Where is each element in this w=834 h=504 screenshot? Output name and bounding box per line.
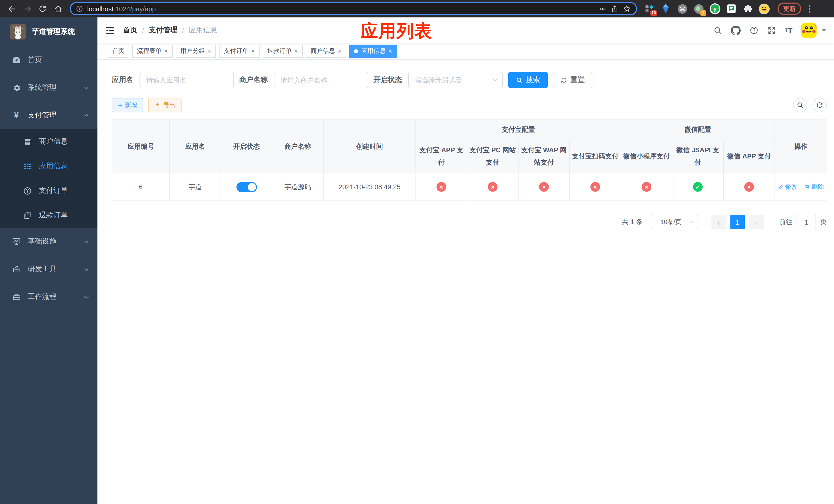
sidebar-item-home[interactable]: 首页 bbox=[0, 46, 97, 74]
sidebar-item-system[interactable]: 系统管理 bbox=[0, 74, 97, 101]
sidebar-logo[interactable]: 芋道管理系统 bbox=[0, 18, 97, 46]
browser-update-button[interactable]: 更新 bbox=[777, 3, 801, 15]
tab-app-info[interactable]: 应用信息× bbox=[349, 44, 397, 58]
sidebar-fold-icon[interactable] bbox=[105, 25, 115, 35]
sidebar-item-refund-order[interactable]: 退款订单 bbox=[0, 203, 97, 228]
breadcrumb: 首页 / 支付管理 / 应用信息 bbox=[123, 26, 218, 35]
help-icon[interactable] bbox=[750, 26, 759, 35]
toolbox-icon bbox=[10, 265, 23, 274]
font-size-icon[interactable]: TT bbox=[785, 26, 792, 34]
col-header-actions: 操作 bbox=[775, 120, 827, 173]
close-icon[interactable]: × bbox=[338, 48, 342, 54]
edit-link[interactable]: 修改 bbox=[778, 183, 797, 191]
breadcrumb-payment[interactable]: 支付管理 bbox=[149, 26, 177, 35]
next-page-button[interactable]: › bbox=[749, 215, 764, 229]
github-icon[interactable] bbox=[731, 25, 741, 35]
update-label: 更新 bbox=[783, 4, 795, 13]
add-button[interactable]: + 新增 bbox=[112, 98, 143, 112]
prev-page-button[interactable]: ‹ bbox=[711, 215, 726, 229]
extension-command-icon[interactable]: ⌘ bbox=[677, 3, 688, 14]
sidebar-item-pay-order[interactable]: 支付订单 bbox=[0, 178, 97, 203]
sidebar-item-label: 研发工具 bbox=[28, 265, 57, 274]
tab-user-group[interactable]: 用户分组× bbox=[176, 44, 216, 58]
top-navbar: 首页 / 支付管理 / 应用信息 TT bbox=[97, 18, 834, 43]
breadcrumb-home[interactable]: 首页 bbox=[123, 26, 137, 35]
sidebar-item-merchant-info[interactable]: 商户信息 bbox=[0, 129, 97, 154]
cell-app-name: 芋道 bbox=[170, 173, 221, 201]
pagination-total: 共 1 条 bbox=[622, 217, 643, 227]
extension-notes-icon[interactable] bbox=[726, 3, 737, 14]
bookmark-star-icon[interactable] bbox=[623, 5, 631, 13]
reset-button[interactable]: 重置 bbox=[553, 72, 592, 88]
url-host: localhost bbox=[87, 5, 114, 13]
avatar-caret-icon[interactable] bbox=[822, 29, 826, 32]
sidebar-item-label: 应用信息 bbox=[39, 161, 68, 171]
export-button[interactable]: 导出 bbox=[148, 98, 181, 112]
sidebar-item-dev-tools[interactable]: 研发工具 bbox=[0, 255, 97, 283]
user-avatar[interactable] bbox=[801, 23, 816, 38]
toggle-search-button[interactable] bbox=[793, 98, 807, 112]
tab-merchant-info[interactable]: 商户信息× bbox=[306, 44, 346, 58]
table-toolbar: + 新增 导出 bbox=[112, 98, 827, 112]
share-icon[interactable] bbox=[611, 5, 619, 13]
page-size-select[interactable]: 10条/页 bbox=[651, 215, 698, 229]
app-name-input[interactable] bbox=[139, 72, 234, 88]
close-icon[interactable]: × bbox=[294, 48, 298, 54]
close-icon[interactable]: × bbox=[207, 48, 211, 54]
sidebar-item-workflow[interactable]: 工作流程 bbox=[0, 283, 97, 311]
app-table: 应用编号 应用名 开启状态 商户名称 创建时间 支付宝配置 微信配置 操作 支付… bbox=[112, 119, 827, 201]
browser-reload-button[interactable] bbox=[36, 2, 49, 15]
goto-page-input[interactable] bbox=[796, 215, 816, 229]
profile-avatar-icon[interactable] bbox=[759, 3, 770, 14]
gear-icon bbox=[10, 83, 23, 92]
col-header-wechat-lite: 微信小程序支付 bbox=[621, 139, 672, 173]
status-select[interactable]: 请选择开启状态 bbox=[408, 72, 503, 88]
search-icon[interactable] bbox=[714, 26, 722, 35]
tab-process-form[interactable]: 流程表单× bbox=[132, 44, 173, 58]
page-number-1[interactable]: 1 bbox=[730, 215, 745, 229]
status-switch[interactable] bbox=[236, 182, 257, 192]
delete-link[interactable]: 删除 bbox=[805, 183, 824, 191]
breadcrumb-separator: / bbox=[142, 26, 144, 35]
cell-status bbox=[221, 173, 272, 201]
merchant-name-label: 商户名称 bbox=[239, 75, 274, 85]
extensions-puzzle-icon[interactable] bbox=[742, 3, 753, 14]
yen-icon: ¥ bbox=[10, 111, 23, 119]
grid-icon bbox=[22, 162, 33, 170]
site-info-icon[interactable] bbox=[76, 5, 83, 12]
close-icon[interactable]: × bbox=[251, 48, 255, 54]
browser-menu-icon[interactable] bbox=[805, 5, 813, 13]
browser-forward-button[interactable] bbox=[21, 2, 34, 15]
extension-balloon-icon[interactable] bbox=[660, 3, 672, 14]
close-icon[interactable]: × bbox=[388, 48, 392, 54]
sidebar-item-infra[interactable]: 基础设施 bbox=[0, 228, 97, 255]
tab-label: 应用信息 bbox=[361, 47, 386, 55]
search-button[interactable]: 搜索 bbox=[508, 72, 548, 88]
monitor-chart-icon bbox=[10, 237, 23, 246]
merchant-name-input[interactable] bbox=[274, 72, 368, 88]
close-icon[interactable]: × bbox=[164, 48, 168, 54]
col-header-alipay-pc: 支付宝 PC 网站支付 bbox=[467, 139, 518, 173]
sidebar-item-payment[interactable]: ¥ 支付管理 bbox=[0, 101, 97, 129]
browser-back-button[interactable] bbox=[5, 2, 19, 15]
extension-recorder-icon[interactable]: 1 bbox=[693, 3, 704, 14]
extension-yudao-icon[interactable]: y bbox=[709, 3, 721, 14]
refresh-button[interactable] bbox=[812, 98, 827, 112]
chevron-down-icon bbox=[84, 266, 89, 272]
tab-pay-order[interactable]: 支付订单× bbox=[219, 44, 259, 58]
sidebar-item-app-info[interactable]: 应用信息 bbox=[0, 154, 97, 178]
address-bar[interactable]: localhost:1024/pay/app bbox=[70, 2, 637, 15]
cell-create-time: 2021-10-23 08:49:25 bbox=[323, 173, 416, 201]
password-key-icon[interactable] bbox=[599, 5, 607, 13]
extension-grid-icon[interactable]: 10 bbox=[644, 3, 655, 14]
browser-home-button[interactable] bbox=[51, 2, 65, 15]
reset-button-label: 重置 bbox=[570, 75, 585, 85]
sidebar-item-label: 首页 bbox=[28, 55, 42, 65]
fullscreen-icon[interactable] bbox=[768, 26, 776, 35]
tab-home[interactable]: 首页 bbox=[108, 44, 129, 58]
chevron-down-icon bbox=[689, 220, 694, 225]
chevron-down-icon bbox=[84, 294, 89, 300]
export-button-label: 导出 bbox=[163, 101, 175, 110]
tab-label: 退款订单 bbox=[267, 47, 292, 55]
tab-refund-order[interactable]: 退款订单× bbox=[263, 44, 303, 58]
